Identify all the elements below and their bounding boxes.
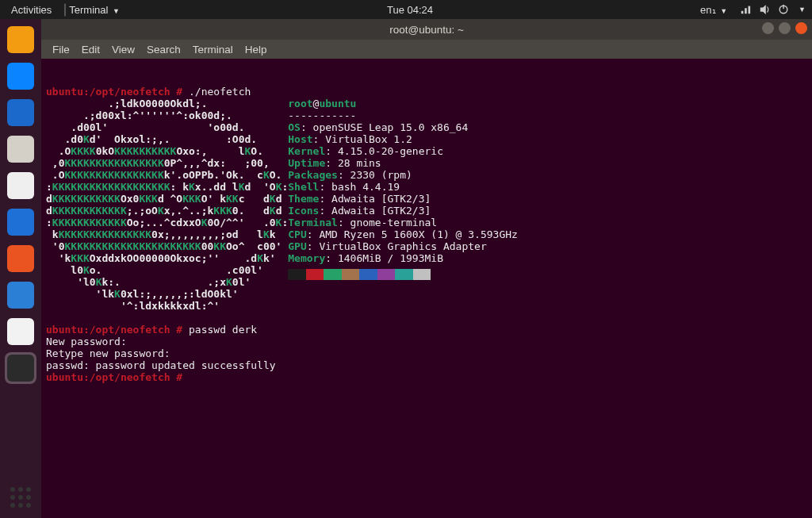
close-button[interactable] xyxy=(795,22,807,34)
menu-file[interactable]: File xyxy=(48,43,75,56)
neofetch-logo-line: .OKKKKKKKKKKKKKKKKk'.oOPPb.'Ok. cKO. xyxy=(46,169,288,181)
network-icon[interactable] xyxy=(740,4,751,15)
neofetch-info: root@ubuntu-----------OS: openSUSE Leap … xyxy=(288,98,807,312)
neofetch-logo-line: 'lkK0xl:;,,,,,;:ldO0kl' xyxy=(46,288,288,300)
svg-rect-0 xyxy=(741,11,744,14)
neofetch-logo-line: :KKKKKKKKKKKKKKKKKKK: kKx..dd lKd 'OK: xyxy=(46,181,288,193)
terminal-app-icon xyxy=(64,3,66,17)
volume-icon[interactable] xyxy=(759,4,770,15)
app-menu-label: Terminal xyxy=(69,4,108,16)
window-controls xyxy=(762,22,807,34)
apps-grid-icon xyxy=(10,487,31,508)
neofetch-logo-line: 'kKKKOxddxkOO00000Okxoc;'' .dKk' xyxy=(46,252,288,264)
neofetch-logo-line: '^:ldxkkkkxdl:^' xyxy=(46,300,288,312)
workarea: root@ubuntu: ~ FileEditViewSearchTermina… xyxy=(41,19,812,518)
topbar: Activities Terminal ▼ Tue 04:24 en₁ ▼ ▼ xyxy=(0,0,812,19)
firefox-icon xyxy=(7,63,34,90)
rhythmbox-icon xyxy=(7,172,34,199)
launcher-item[interactable] xyxy=(5,352,36,384)
clock[interactable]: Tue 04:24 xyxy=(382,3,438,17)
svg-marker-3 xyxy=(760,5,766,14)
chevron-down-icon: ▼ xyxy=(113,7,120,15)
input-language[interactable]: en₁ ▼ xyxy=(695,3,732,17)
neofetch-logo-line: kKKKKKKKKKKKKKKK0x;,,,,,,,,;od lKk xyxy=(46,228,288,240)
menu-search[interactable]: Search xyxy=(142,43,186,56)
maximize-button[interactable] xyxy=(779,22,791,34)
menu-help[interactable]: Help xyxy=(240,43,272,56)
neofetch-logo-line: :KKKKKKKKKKKKOo;...^cdxxOK0O/^^' .0K: xyxy=(46,217,288,228)
svg-rect-1 xyxy=(745,8,747,13)
launcher xyxy=(0,19,41,518)
neofetch-logo-line: l0Ko. .c00l' xyxy=(46,264,288,276)
svg-rect-5 xyxy=(783,5,783,9)
neofetch-logo-line: .;d00xl:^''''''^:ok00d;. xyxy=(46,109,288,121)
files-icon xyxy=(7,136,34,163)
input-language-label: en₁ xyxy=(700,4,715,16)
launcher-item[interactable] xyxy=(5,206,36,238)
launcher-item[interactable] xyxy=(5,279,36,311)
thunderbird-icon xyxy=(7,99,34,126)
launcher-item[interactable] xyxy=(5,170,36,201)
launcher-item[interactable] xyxy=(5,60,36,92)
launcher-item[interactable] xyxy=(5,243,36,274)
launcher-item[interactable] xyxy=(5,133,36,165)
help-icon xyxy=(7,282,34,309)
show-applications-button[interactable] xyxy=(5,482,36,513)
minimize-button[interactable] xyxy=(762,22,774,34)
neofetch-logo-line: .;ldkO0000Okdl;. xyxy=(46,98,288,109)
neofetch-logo-line: 'l0Kk:. .;xK0l' xyxy=(46,276,288,288)
neofetch-logo-line: ,0KKKKKKKKKKKKKKKK0P^,,,^dx: ;00, xyxy=(46,157,288,169)
color-palette xyxy=(288,269,431,280)
chevron-down-icon: ▼ xyxy=(720,7,727,15)
neofetch-logo-line: .d00l' 'o00d. xyxy=(46,121,288,133)
writer-icon xyxy=(7,209,34,236)
menubar: FileEditViewSearchTerminalHelp xyxy=(41,40,812,59)
neofetch-logo-line: dKKKKKKKKKKKK;.;oOKx,.^..;kKKK0. dKd xyxy=(46,205,288,217)
neofetch-logo-line: .d0Kd' Okxol:;,. :O0d. xyxy=(46,133,288,145)
power-icon[interactable] xyxy=(778,4,789,15)
neofetch-logo-line: dKKKKKKKKKKKOx0KKKd ^OKKKO' kKKc dKd xyxy=(46,193,288,205)
svg-rect-2 xyxy=(749,6,751,14)
app-menu[interactable]: Terminal ▼ xyxy=(59,3,124,17)
neofetch-logo-line: '0KKKKKKKKKKKKKKKKKKKKKK00KKOo^ c00' xyxy=(46,240,288,252)
amazon-icon xyxy=(7,318,34,345)
trash-icon xyxy=(7,26,34,53)
launcher-item[interactable] xyxy=(5,316,36,347)
window-title: root@ubuntu: ~ xyxy=(389,24,464,36)
launcher-item[interactable] xyxy=(5,24,36,56)
chevron-down-icon: ▼ xyxy=(799,6,806,13)
software-icon xyxy=(7,245,34,272)
terminal-viewport[interactable]: ubuntu:/opt/neofetch # ./neofetch .;ldkO… xyxy=(41,59,812,518)
neofetch-logo-line: .OKKKK0kOKKKKKKKKKKOxo:, lKO. xyxy=(46,145,288,157)
menu-terminal[interactable]: Terminal xyxy=(188,43,238,56)
terminal-icon xyxy=(7,355,34,382)
launcher-item[interactable] xyxy=(5,97,36,129)
menu-view[interactable]: View xyxy=(107,43,140,56)
menu-edit[interactable]: Edit xyxy=(77,43,105,56)
window-titlebar[interactable]: root@ubuntu: ~ xyxy=(41,19,812,40)
activities-button[interactable]: Activities xyxy=(6,3,56,17)
